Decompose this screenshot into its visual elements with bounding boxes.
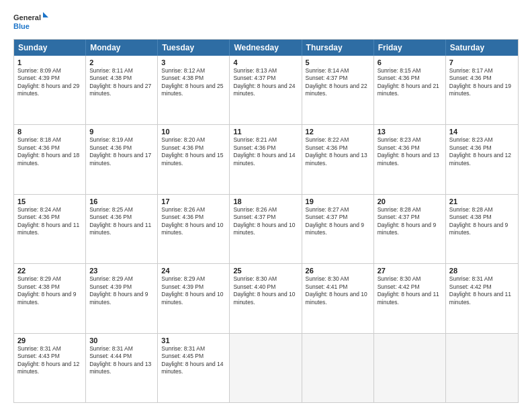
calendar-cell: 4Sunrise: 8:13 AMSunset: 4:37 PMDaylight… [230, 56, 302, 124]
calendar-cell: 11Sunrise: 8:21 AMSunset: 4:36 PMDayligh… [230, 125, 302, 193]
svg-text:General: General [13, 13, 41, 21]
calendar-cell: 5Sunrise: 8:14 AMSunset: 4:37 PMDaylight… [302, 56, 374, 124]
day-number: 31 [161, 336, 226, 345]
calendar-cell [446, 334, 518, 402]
cell-info: Sunrise: 8:30 AMSunset: 4:41 PMDaylight:… [306, 275, 370, 306]
day-number: 24 [161, 267, 226, 275]
day-number: 19 [306, 197, 370, 205]
calendar-cell: 19Sunrise: 8:27 AMSunset: 4:37 PMDayligh… [302, 195, 374, 263]
calendar-row: 15Sunrise: 8:24 AMSunset: 4:36 PMDayligh… [14, 195, 518, 264]
calendar-cell: 10Sunrise: 8:20 AMSunset: 4:36 PMDayligh… [158, 125, 230, 193]
header-cell-friday: Friday [374, 40, 446, 56]
day-number: 20 [378, 197, 442, 205]
cell-info: Sunrise: 8:31 AMSunset: 4:43 PMDaylight:… [17, 345, 82, 376]
calendar-cell: 2Sunrise: 8:11 AMSunset: 4:38 PMDaylight… [86, 56, 158, 124]
cell-info: Sunrise: 8:31 AMSunset: 4:42 PMDaylight:… [449, 275, 515, 306]
calendar-cell: 9Sunrise: 8:19 AMSunset: 4:36 PMDaylight… [86, 125, 158, 193]
day-number: 25 [233, 267, 298, 275]
day-number: 28 [449, 267, 515, 275]
logo-svg: GeneralBlue [13, 11, 48, 32]
calendar-cell: 6Sunrise: 8:15 AMSunset: 4:36 PMDaylight… [374, 56, 446, 124]
day-number: 4 [233, 58, 298, 66]
day-number: 9 [89, 128, 154, 136]
header-cell-thursday: Thursday [302, 40, 374, 56]
cell-info: Sunrise: 8:23 AMSunset: 4:36 PMDaylight:… [449, 136, 515, 167]
cell-info: Sunrise: 8:24 AMSunset: 4:36 PMDaylight:… [17, 206, 82, 237]
cell-info: Sunrise: 8:15 AMSunset: 4:36 PMDaylight:… [378, 67, 442, 98]
cell-info: Sunrise: 8:12 AMSunset: 4:38 PMDaylight:… [161, 67, 226, 98]
calendar-cell: 27Sunrise: 8:30 AMSunset: 4:42 PMDayligh… [374, 264, 446, 332]
calendar-cell: 15Sunrise: 8:24 AMSunset: 4:36 PMDayligh… [14, 195, 86, 263]
header-cell-tuesday: Tuesday [158, 40, 230, 56]
calendar-header: SundayMondayTuesdayWednesdayThursdayFrid… [14, 40, 518, 56]
cell-info: Sunrise: 8:25 AMSunset: 4:36 PMDaylight:… [89, 206, 154, 237]
calendar-cell: 20Sunrise: 8:28 AMSunset: 4:37 PMDayligh… [374, 195, 446, 263]
cell-info: Sunrise: 8:29 AMSunset: 4:39 PMDaylight:… [89, 275, 154, 306]
header-cell-monday: Monday [86, 40, 158, 56]
calendar-row: 29Sunrise: 8:31 AMSunset: 4:43 PMDayligh… [14, 334, 518, 402]
cell-info: Sunrise: 8:30 AMSunset: 4:40 PMDaylight:… [233, 275, 298, 306]
day-number: 12 [306, 128, 370, 136]
header-cell-sunday: Sunday [14, 40, 86, 56]
cell-info: Sunrise: 8:11 AMSunset: 4:38 PMDaylight:… [89, 67, 154, 98]
cell-info: Sunrise: 8:22 AMSunset: 4:36 PMDaylight:… [306, 136, 370, 167]
calendar-cell: 24Sunrise: 8:29 AMSunset: 4:39 PMDayligh… [158, 264, 230, 332]
day-number: 6 [378, 58, 442, 66]
calendar-cell: 12Sunrise: 8:22 AMSunset: 4:36 PMDayligh… [302, 125, 374, 193]
calendar-cell: 26Sunrise: 8:30 AMSunset: 4:41 PMDayligh… [302, 264, 374, 332]
calendar-row: 8Sunrise: 8:18 AMSunset: 4:36 PMDaylight… [14, 125, 518, 194]
cell-info: Sunrise: 8:21 AMSunset: 4:36 PMDaylight:… [233, 136, 298, 167]
day-number: 27 [378, 267, 442, 275]
calendar-row: 22Sunrise: 8:29 AMSunset: 4:38 PMDayligh… [14, 264, 518, 333]
day-number: 3 [161, 58, 226, 66]
day-number: 21 [449, 197, 515, 205]
day-number: 16 [89, 197, 154, 205]
calendar-cell: 30Sunrise: 8:31 AMSunset: 4:44 PMDayligh… [86, 334, 158, 402]
day-number: 8 [17, 128, 82, 136]
cell-info: Sunrise: 8:13 AMSunset: 4:37 PMDaylight:… [233, 67, 298, 98]
day-number: 7 [449, 58, 515, 66]
calendar-cell: 23Sunrise: 8:29 AMSunset: 4:39 PMDayligh… [86, 264, 158, 332]
cell-info: Sunrise: 8:26 AMSunset: 4:37 PMDaylight:… [233, 206, 298, 237]
calendar-body: 1Sunrise: 8:09 AMSunset: 4:39 PMDaylight… [14, 56, 518, 402]
day-number: 11 [233, 128, 298, 136]
day-number: 15 [17, 197, 82, 205]
cell-info: Sunrise: 8:14 AMSunset: 4:37 PMDaylight:… [306, 67, 370, 98]
calendar-cell: 22Sunrise: 8:29 AMSunset: 4:38 PMDayligh… [14, 264, 86, 332]
cell-info: Sunrise: 8:27 AMSunset: 4:37 PMDaylight:… [306, 206, 370, 237]
cell-info: Sunrise: 8:20 AMSunset: 4:36 PMDaylight:… [161, 136, 226, 167]
calendar-cell: 1Sunrise: 8:09 AMSunset: 4:39 PMDaylight… [14, 56, 86, 124]
calendar-cell: 17Sunrise: 8:26 AMSunset: 4:36 PMDayligh… [158, 195, 230, 263]
cell-info: Sunrise: 8:30 AMSunset: 4:42 PMDaylight:… [378, 275, 442, 306]
day-number: 14 [449, 128, 515, 136]
day-number: 5 [306, 58, 370, 66]
header: GeneralBlue [13, 11, 519, 32]
calendar-cell: 16Sunrise: 8:25 AMSunset: 4:36 PMDayligh… [86, 195, 158, 263]
header-cell-saturday: Saturday [446, 40, 518, 56]
day-number: 13 [378, 128, 442, 136]
calendar-cell: 21Sunrise: 8:28 AMSunset: 4:38 PMDayligh… [446, 195, 518, 263]
calendar-cell: 8Sunrise: 8:18 AMSunset: 4:36 PMDaylight… [14, 125, 86, 193]
calendar: SundayMondayTuesdayWednesdayThursdayFrid… [13, 39, 519, 403]
calendar-cell: 29Sunrise: 8:31 AMSunset: 4:43 PMDayligh… [14, 334, 86, 402]
svg-text:Blue: Blue [13, 22, 30, 30]
cell-info: Sunrise: 8:23 AMSunset: 4:36 PMDaylight:… [378, 136, 442, 167]
calendar-cell: 13Sunrise: 8:23 AMSunset: 4:36 PMDayligh… [374, 125, 446, 193]
day-number: 23 [89, 267, 154, 275]
day-number: 26 [306, 267, 370, 275]
calendar-cell: 28Sunrise: 8:31 AMSunset: 4:42 PMDayligh… [446, 264, 518, 332]
cell-info: Sunrise: 8:17 AMSunset: 4:36 PMDaylight:… [449, 67, 515, 98]
cell-info: Sunrise: 8:31 AMSunset: 4:44 PMDaylight:… [89, 345, 154, 376]
day-number: 17 [161, 197, 226, 205]
day-number: 2 [89, 58, 154, 66]
day-number: 18 [233, 197, 298, 205]
cell-info: Sunrise: 8:26 AMSunset: 4:36 PMDaylight:… [161, 206, 226, 237]
day-number: 22 [17, 267, 82, 275]
calendar-cell: 18Sunrise: 8:26 AMSunset: 4:37 PMDayligh… [230, 195, 302, 263]
calendar-cell: 25Sunrise: 8:30 AMSunset: 4:40 PMDayligh… [230, 264, 302, 332]
cell-info: Sunrise: 8:09 AMSunset: 4:39 PMDaylight:… [17, 67, 82, 98]
cell-info: Sunrise: 8:28 AMSunset: 4:38 PMDaylight:… [449, 206, 515, 237]
day-number: 10 [161, 128, 226, 136]
calendar-cell [302, 334, 374, 402]
calendar-cell: 7Sunrise: 8:17 AMSunset: 4:36 PMDaylight… [446, 56, 518, 124]
